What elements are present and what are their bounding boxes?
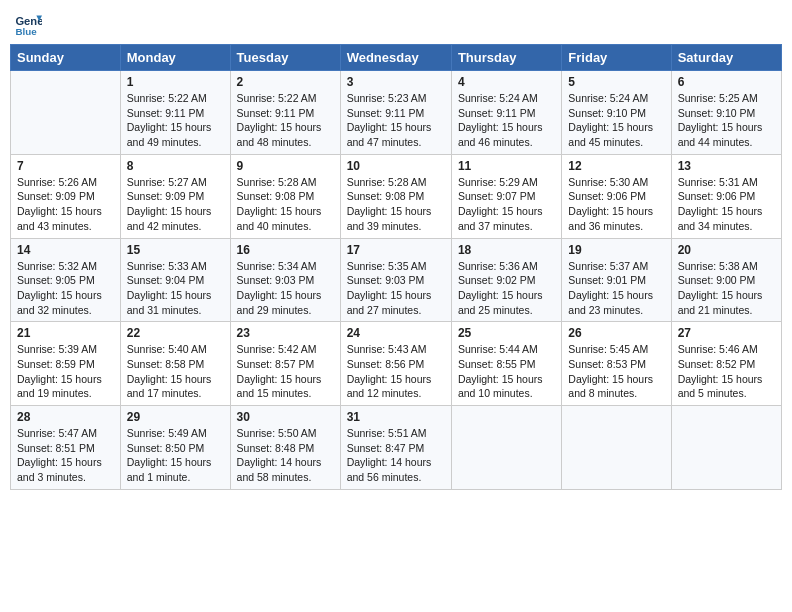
day-number: 6 <box>678 75 775 89</box>
logo-icon: General Blue <box>14 10 42 38</box>
calendar-cell: 17Sunrise: 5:35 AM Sunset: 9:03 PM Dayli… <box>340 238 451 322</box>
day-number: 11 <box>458 159 555 173</box>
day-info: Sunrise: 5:24 AM Sunset: 9:11 PM Dayligh… <box>458 91 555 150</box>
header-day-sunday: Sunday <box>11 45 121 71</box>
day-info: Sunrise: 5:28 AM Sunset: 9:08 PM Dayligh… <box>237 175 334 234</box>
calendar-cell: 5Sunrise: 5:24 AM Sunset: 9:10 PM Daylig… <box>562 71 671 155</box>
header-row: SundayMondayTuesdayWednesdayThursdayFrid… <box>11 45 782 71</box>
day-number: 28 <box>17 410 114 424</box>
calendar-cell: 20Sunrise: 5:38 AM Sunset: 9:00 PM Dayli… <box>671 238 781 322</box>
day-number: 1 <box>127 75 224 89</box>
day-info: Sunrise: 5:31 AM Sunset: 9:06 PM Dayligh… <box>678 175 775 234</box>
calendar-cell: 10Sunrise: 5:28 AM Sunset: 9:08 PM Dayli… <box>340 154 451 238</box>
calendar-cell: 9Sunrise: 5:28 AM Sunset: 9:08 PM Daylig… <box>230 154 340 238</box>
header-day-tuesday: Tuesday <box>230 45 340 71</box>
day-number: 30 <box>237 410 334 424</box>
day-number: 18 <box>458 243 555 257</box>
week-row-4: 21Sunrise: 5:39 AM Sunset: 8:59 PM Dayli… <box>11 322 782 406</box>
day-info: Sunrise: 5:44 AM Sunset: 8:55 PM Dayligh… <box>458 342 555 401</box>
calendar-cell: 3Sunrise: 5:23 AM Sunset: 9:11 PM Daylig… <box>340 71 451 155</box>
calendar-cell: 12Sunrise: 5:30 AM Sunset: 9:06 PM Dayli… <box>562 154 671 238</box>
page-header: General Blue <box>10 10 782 38</box>
day-number: 16 <box>237 243 334 257</box>
calendar-cell: 6Sunrise: 5:25 AM Sunset: 9:10 PM Daylig… <box>671 71 781 155</box>
day-number: 27 <box>678 326 775 340</box>
header-day-thursday: Thursday <box>451 45 561 71</box>
day-number: 31 <box>347 410 445 424</box>
calendar-cell: 24Sunrise: 5:43 AM Sunset: 8:56 PM Dayli… <box>340 322 451 406</box>
day-number: 26 <box>568 326 664 340</box>
calendar-body: 1Sunrise: 5:22 AM Sunset: 9:11 PM Daylig… <box>11 71 782 490</box>
day-info: Sunrise: 5:43 AM Sunset: 8:56 PM Dayligh… <box>347 342 445 401</box>
header-day-friday: Friday <box>562 45 671 71</box>
day-info: Sunrise: 5:28 AM Sunset: 9:08 PM Dayligh… <box>347 175 445 234</box>
day-number: 9 <box>237 159 334 173</box>
day-info: Sunrise: 5:22 AM Sunset: 9:11 PM Dayligh… <box>127 91 224 150</box>
week-row-3: 14Sunrise: 5:32 AM Sunset: 9:05 PM Dayli… <box>11 238 782 322</box>
day-info: Sunrise: 5:30 AM Sunset: 9:06 PM Dayligh… <box>568 175 664 234</box>
day-info: Sunrise: 5:47 AM Sunset: 8:51 PM Dayligh… <box>17 426 114 485</box>
day-number: 25 <box>458 326 555 340</box>
calendar-cell: 15Sunrise: 5:33 AM Sunset: 9:04 PM Dayli… <box>120 238 230 322</box>
day-info: Sunrise: 5:33 AM Sunset: 9:04 PM Dayligh… <box>127 259 224 318</box>
day-info: Sunrise: 5:34 AM Sunset: 9:03 PM Dayligh… <box>237 259 334 318</box>
calendar-cell: 27Sunrise: 5:46 AM Sunset: 8:52 PM Dayli… <box>671 322 781 406</box>
day-number: 24 <box>347 326 445 340</box>
calendar-cell <box>671 406 781 490</box>
calendar-cell <box>451 406 561 490</box>
day-info: Sunrise: 5:49 AM Sunset: 8:50 PM Dayligh… <box>127 426 224 485</box>
calendar-cell: 8Sunrise: 5:27 AM Sunset: 9:09 PM Daylig… <box>120 154 230 238</box>
day-info: Sunrise: 5:32 AM Sunset: 9:05 PM Dayligh… <box>17 259 114 318</box>
header-day-saturday: Saturday <box>671 45 781 71</box>
day-number: 20 <box>678 243 775 257</box>
calendar-cell <box>11 71 121 155</box>
day-number: 21 <box>17 326 114 340</box>
day-number: 4 <box>458 75 555 89</box>
day-info: Sunrise: 5:50 AM Sunset: 8:48 PM Dayligh… <box>237 426 334 485</box>
calendar-cell: 23Sunrise: 5:42 AM Sunset: 8:57 PM Dayli… <box>230 322 340 406</box>
week-row-2: 7Sunrise: 5:26 AM Sunset: 9:09 PM Daylig… <box>11 154 782 238</box>
day-info: Sunrise: 5:38 AM Sunset: 9:00 PM Dayligh… <box>678 259 775 318</box>
day-number: 2 <box>237 75 334 89</box>
calendar-cell: 25Sunrise: 5:44 AM Sunset: 8:55 PM Dayli… <box>451 322 561 406</box>
day-number: 3 <box>347 75 445 89</box>
calendar-cell: 29Sunrise: 5:49 AM Sunset: 8:50 PM Dayli… <box>120 406 230 490</box>
day-number: 14 <box>17 243 114 257</box>
calendar-table: SundayMondayTuesdayWednesdayThursdayFrid… <box>10 44 782 490</box>
day-number: 8 <box>127 159 224 173</box>
day-info: Sunrise: 5:25 AM Sunset: 9:10 PM Dayligh… <box>678 91 775 150</box>
calendar-cell: 4Sunrise: 5:24 AM Sunset: 9:11 PM Daylig… <box>451 71 561 155</box>
calendar-cell: 11Sunrise: 5:29 AM Sunset: 9:07 PM Dayli… <box>451 154 561 238</box>
day-info: Sunrise: 5:23 AM Sunset: 9:11 PM Dayligh… <box>347 91 445 150</box>
svg-text:Blue: Blue <box>15 26 37 37</box>
calendar-cell: 31Sunrise: 5:51 AM Sunset: 8:47 PM Dayli… <box>340 406 451 490</box>
logo: General Blue <box>14 10 42 38</box>
calendar-header: SundayMondayTuesdayWednesdayThursdayFrid… <box>11 45 782 71</box>
day-number: 15 <box>127 243 224 257</box>
day-number: 17 <box>347 243 445 257</box>
day-info: Sunrise: 5:42 AM Sunset: 8:57 PM Dayligh… <box>237 342 334 401</box>
header-day-monday: Monday <box>120 45 230 71</box>
day-info: Sunrise: 5:35 AM Sunset: 9:03 PM Dayligh… <box>347 259 445 318</box>
calendar-cell: 26Sunrise: 5:45 AM Sunset: 8:53 PM Dayli… <box>562 322 671 406</box>
day-number: 10 <box>347 159 445 173</box>
calendar-cell: 2Sunrise: 5:22 AM Sunset: 9:11 PM Daylig… <box>230 71 340 155</box>
calendar-cell: 7Sunrise: 5:26 AM Sunset: 9:09 PM Daylig… <box>11 154 121 238</box>
calendar-cell: 13Sunrise: 5:31 AM Sunset: 9:06 PM Dayli… <box>671 154 781 238</box>
calendar-cell: 19Sunrise: 5:37 AM Sunset: 9:01 PM Dayli… <box>562 238 671 322</box>
day-info: Sunrise: 5:40 AM Sunset: 8:58 PM Dayligh… <box>127 342 224 401</box>
calendar-cell: 18Sunrise: 5:36 AM Sunset: 9:02 PM Dayli… <box>451 238 561 322</box>
day-number: 29 <box>127 410 224 424</box>
day-number: 12 <box>568 159 664 173</box>
calendar-cell <box>562 406 671 490</box>
calendar-cell: 16Sunrise: 5:34 AM Sunset: 9:03 PM Dayli… <box>230 238 340 322</box>
day-number: 5 <box>568 75 664 89</box>
day-number: 23 <box>237 326 334 340</box>
day-info: Sunrise: 5:39 AM Sunset: 8:59 PM Dayligh… <box>17 342 114 401</box>
calendar-cell: 14Sunrise: 5:32 AM Sunset: 9:05 PM Dayli… <box>11 238 121 322</box>
week-row-1: 1Sunrise: 5:22 AM Sunset: 9:11 PM Daylig… <box>11 71 782 155</box>
day-info: Sunrise: 5:27 AM Sunset: 9:09 PM Dayligh… <box>127 175 224 234</box>
day-info: Sunrise: 5:36 AM Sunset: 9:02 PM Dayligh… <box>458 259 555 318</box>
day-info: Sunrise: 5:24 AM Sunset: 9:10 PM Dayligh… <box>568 91 664 150</box>
day-number: 13 <box>678 159 775 173</box>
